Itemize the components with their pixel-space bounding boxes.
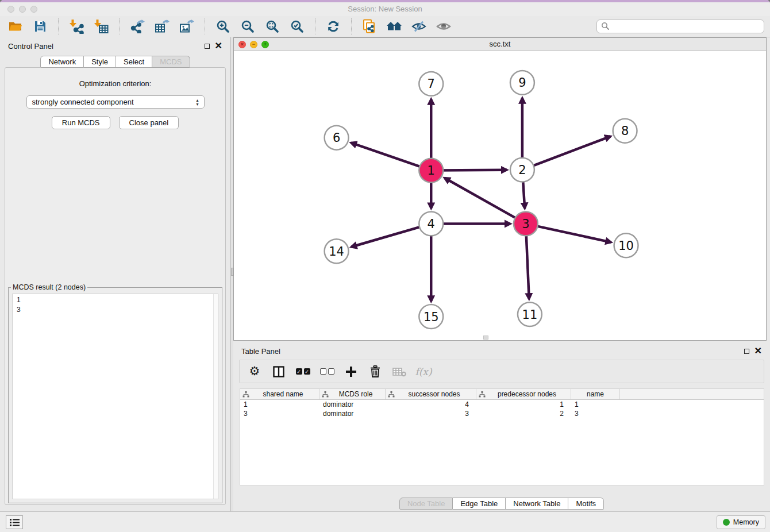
svg-text:15: 15: [424, 310, 439, 324]
window-title: Session: New Session: [0, 2, 770, 16]
network-canvas[interactable]: 1234678910111415: [234, 51, 766, 340]
network-minimize-button[interactable]: −: [250, 41, 257, 48]
minimize-window-button[interactable]: [19, 6, 26, 13]
application-window: Session: New Session: [0, 0, 770, 532]
result-line: 3: [17, 305, 214, 315]
network-close-button[interactable]: ×: [238, 41, 246, 48]
delete-column-icon[interactable]: [365, 363, 385, 380]
graph-edge-3-10[interactable]: [526, 223, 611, 242]
import-network-icon[interactable]: [66, 18, 87, 35]
close-panel-icon[interactable]: ✕: [215, 43, 222, 49]
cell-name: 3: [571, 410, 620, 418]
status-bar: Memory: [0, 511, 770, 532]
graph-node-8[interactable]: 8: [613, 119, 637, 143]
column-header-shared-name[interactable]: shared name: [240, 389, 319, 399]
float-panel-icon[interactable]: [744, 349, 749, 354]
close-window-button[interactable]: [7, 6, 14, 13]
tab-edge-table[interactable]: Edge Table: [453, 498, 506, 510]
memory-button[interactable]: Memory: [717, 515, 765, 529]
tab-node-table[interactable]: Node Table: [399, 498, 453, 510]
column-header-name[interactable]: name: [571, 389, 620, 399]
zoom-selected-icon[interactable]: [286, 18, 308, 35]
unselect-all-columns-icon[interactable]: [317, 363, 337, 380]
close-panel-icon[interactable]: ✕: [754, 348, 762, 354]
tab-select[interactable]: Select: [116, 56, 152, 68]
graph-node-2[interactable]: 2: [510, 158, 534, 182]
network-graph[interactable]: 1234678910111415: [234, 51, 766, 340]
zoom-window-button[interactable]: [30, 6, 37, 13]
import-table-icon[interactable]: [90, 18, 112, 35]
toolbar-separator: [351, 18, 352, 34]
graph-edge-2-8[interactable]: [522, 136, 610, 169]
search-icon: [601, 22, 609, 32]
export-network-icon[interactable]: [126, 18, 148, 35]
table-settings-icon[interactable]: ⚙: [245, 363, 264, 380]
list-icon: [10, 518, 20, 527]
hide-details-icon[interactable]: [408, 18, 430, 35]
tab-mcds[interactable]: MCDS: [152, 56, 190, 68]
close-panel-button[interactable]: Close panel: [119, 116, 179, 129]
function-builder-icon: f(x): [414, 363, 433, 380]
result-scrollbar[interactable]: [213, 294, 218, 499]
graph-node-1[interactable]: 1: [419, 159, 443, 183]
open-file-icon[interactable]: [5, 18, 26, 35]
table-row[interactable]: 3 dominator 3 2 3: [240, 409, 764, 418]
svg-text:14: 14: [329, 245, 344, 259]
select-all-columns-icon[interactable]: ✓✓: [293, 363, 313, 380]
first-neighbors-icon[interactable]: [383, 18, 405, 35]
tab-style[interactable]: Style: [84, 56, 116, 68]
titlebar: Session: New Session: [0, 2, 770, 16]
search-box[interactable]: [596, 20, 764, 33]
optimization-criterion-label: Optimization criterion:: [5, 79, 225, 88]
network-window-titlebar[interactable]: × − + scc.txt: [234, 38, 766, 51]
zoom-in-icon[interactable]: [212, 18, 234, 35]
memory-status-icon: [723, 519, 730, 526]
export-table-icon[interactable]: [151, 18, 173, 35]
tab-network-table[interactable]: Network Table: [506, 498, 568, 510]
tree-icon: [242, 391, 249, 398]
criterion-dropdown[interactable]: strongly connected component ▴▾: [26, 95, 205, 109]
export-image-icon[interactable]: [176, 18, 198, 35]
graph-node-4[interactable]: 4: [419, 211, 443, 236]
graph-node-6[interactable]: 6: [325, 126, 349, 150]
graph-node-3[interactable]: 3: [514, 211, 538, 236]
task-history-button[interactable]: [6, 515, 23, 529]
tab-motifs[interactable]: Motifs: [568, 498, 604, 510]
column-header-predecessor-nodes[interactable]: predecessor nodes: [476, 389, 571, 399]
network-zoom-button[interactable]: +: [261, 41, 269, 48]
duplicate-network-icon[interactable]: [359, 18, 380, 35]
svg-text:8: 8: [621, 124, 629, 138]
mcds-result-text[interactable]: 1 3: [12, 294, 218, 499]
zoom-out-icon[interactable]: [237, 18, 259, 35]
node-table[interactable]: shared name MCDS role successor nodes pr…: [240, 388, 764, 485]
bird-eye-view-icon[interactable]: [433, 18, 455, 35]
canvas-scrollbar-thumb[interactable]: [483, 336, 488, 340]
svg-text:3: 3: [522, 217, 529, 231]
search-input[interactable]: [612, 21, 760, 32]
graph-node-9[interactable]: 9: [510, 71, 534, 95]
run-mcds-button[interactable]: Run MCDS: [52, 116, 110, 129]
toggle-panel-icon[interactable]: [269, 363, 288, 380]
criterion-value: strongly connected component: [32, 98, 134, 106]
graph-node-10[interactable]: 10: [614, 233, 638, 257]
column-header-mcds-role[interactable]: MCDS role: [319, 389, 386, 399]
zoom-fit-icon[interactable]: [261, 18, 283, 35]
refresh-layout-icon[interactable]: [322, 18, 344, 35]
cell-mcds-role: dominator: [319, 410, 386, 418]
float-panel-icon[interactable]: [205, 44, 210, 49]
graph-node-7[interactable]: 7: [419, 72, 443, 96]
graph-edge-3-1[interactable]: [445, 178, 526, 224]
graph-node-11[interactable]: 11: [518, 302, 542, 326]
table-row[interactable]: 1 dominator 4 1 1: [240, 400, 764, 409]
tab-network[interactable]: Network: [40, 56, 84, 68]
add-column-icon[interactable]: [341, 363, 361, 380]
cell-shared-name: 1: [240, 400, 319, 408]
graph-node-14[interactable]: 14: [325, 239, 349, 263]
toolbar-separator: [58, 18, 59, 34]
save-session-icon[interactable]: [29, 18, 51, 35]
table-panel-title: Table Panel: [241, 347, 280, 356]
toolbar-separator: [119, 18, 120, 34]
column-header-successor-nodes[interactable]: successor nodes: [386, 389, 476, 399]
graph-node-15[interactable]: 15: [419, 304, 443, 329]
memory-label: Memory: [733, 518, 759, 526]
